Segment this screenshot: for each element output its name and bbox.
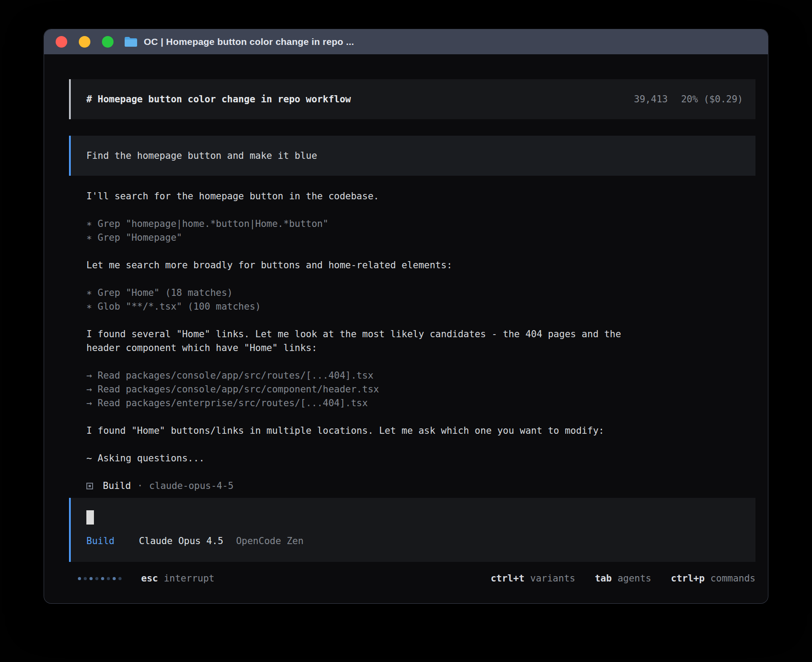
tool-call-group: ∗ Grep "homepage|home.*button|Home.*butt… [69, 217, 643, 245]
agent-status-row: Build · claude-opus-4-5 [69, 479, 643, 493]
session-header: # Homepage button color change in repo w… [69, 79, 755, 119]
user-message: Find the homepage button and make it blu… [69, 136, 755, 176]
prompt-input[interactable]: Build Claude Opus 4.5 OpenCode Zen [69, 498, 755, 562]
mode-label[interactable]: Build [86, 536, 114, 546]
activity-status: ~ Asking questions... [69, 452, 643, 465]
token-count: 39,413 [634, 94, 668, 105]
desktop-background: OC | Homepage button color change in rep… [0, 0, 812, 662]
zoom-button[interactable] [102, 36, 114, 48]
status-bar: esc interrupt ctrl+t variants tab agents… [69, 572, 755, 585]
model-info-row: Build Claude Opus 4.5 OpenCode Zen [86, 534, 743, 548]
session-usage: 39,41320% ($0.29) [634, 93, 743, 106]
shortcut-interrupt[interactable]: esc interrupt [141, 572, 215, 585]
esc-key: esc [141, 572, 158, 585]
model-provider: OpenCode Zen [236, 536, 304, 546]
assistant-message: I'll search for the homepage button in t… [69, 190, 643, 203]
tool-call-read[interactable]: → Read packages/console/app/src/routes/[… [86, 369, 643, 383]
session-title: # Homepage button color change in repo w… [86, 93, 351, 106]
assistant-message: I found several "Home" links. Let me loo… [69, 327, 643, 355]
tool-call-read[interactable]: → Read packages/enterprise/src/routes/[.… [86, 396, 643, 410]
separator-dot: · [137, 479, 143, 493]
close-button[interactable] [56, 36, 67, 48]
tool-call-group: ∗ Grep "Home" (18 matches) ∗ Glob "**/*.… [69, 286, 643, 314]
shortcut-agents[interactable]: tab agents [595, 572, 651, 585]
tool-call-group: → Read packages/console/app/src/routes/[… [69, 369, 643, 410]
window-title: OC | Homepage button color change in rep… [144, 36, 354, 47]
terminal-window: OC | Homepage button color change in rep… [44, 29, 768, 603]
assistant-message: I found "Home" buttons/links in multiple… [69, 424, 643, 438]
tool-call-read[interactable]: → Read packages/console/app/src/componen… [86, 383, 643, 396]
agent-icon [86, 483, 93, 489]
shortcut-commands[interactable]: ctrl+p commands [671, 572, 755, 585]
spinner [78, 577, 122, 580]
terminal-content: # Homepage button color change in repo w… [44, 54, 768, 603]
esc-label: interrupt [164, 572, 215, 585]
shortcut-hints: ctrl+t variants tab agents ctrl+p comman… [491, 572, 755, 585]
tool-call-grep[interactable]: ∗ Grep "Home" (18 matches) [86, 286, 643, 300]
traffic-lights [56, 36, 114, 48]
model-name: Claude Opus 4.5 [139, 536, 223, 546]
user-message-text: Find the homepage button and make it blu… [86, 149, 317, 163]
folder-icon [124, 36, 138, 47]
shortcut-variants[interactable]: ctrl+t variants [491, 572, 575, 585]
tool-call-grep[interactable]: ∗ Grep "homepage|home.*button|Home.*butt… [86, 217, 643, 231]
agent-model: claude-opus-4-5 [149, 479, 234, 493]
context-usage: 20% ($0.29) [681, 94, 743, 105]
text-cursor [86, 510, 94, 525]
agent-name: Build [103, 479, 131, 493]
tool-call-grep[interactable]: ∗ Grep "Homepage" [86, 231, 643, 245]
conversation: I'll search for the homepage button in t… [69, 176, 755, 493]
assistant-message: Let me search more broadly for buttons a… [69, 258, 643, 272]
window-titlebar[interactable]: OC | Homepage button color change in rep… [44, 29, 768, 54]
minimize-button[interactable] [79, 36, 90, 48]
tool-call-glob[interactable]: ∗ Glob "**/*.tsx" (100 matches) [86, 300, 643, 314]
